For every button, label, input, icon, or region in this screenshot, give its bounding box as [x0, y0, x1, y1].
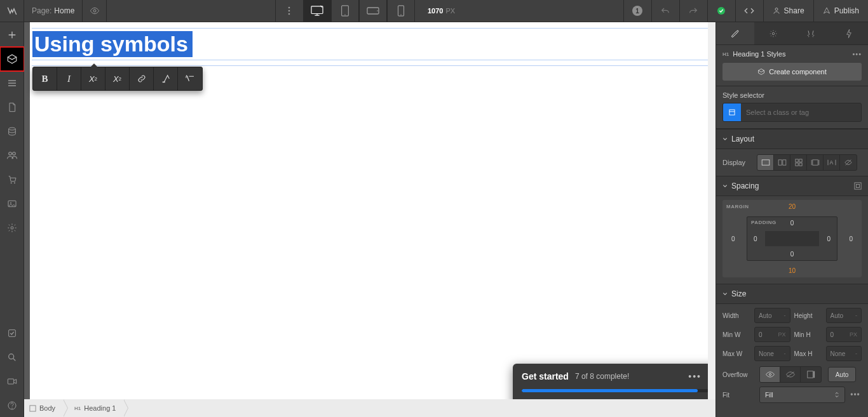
overflow-options	[759, 366, 822, 383]
settings-button[interactable]	[1, 216, 24, 239]
create-component-button[interactable]: Create component	[722, 63, 862, 81]
margin-right[interactable]: 0	[849, 235, 853, 242]
mobile-landscape-breakpoint[interactable]	[359, 0, 387, 22]
style-tab[interactable]	[716, 22, 754, 44]
overflow-visible[interactable]	[760, 367, 780, 382]
assets-button[interactable]	[1, 192, 24, 215]
element-more[interactable]: •••	[852, 50, 862, 58]
clear-format-button[interactable]: x	[178, 67, 202, 90]
overflow-hidden[interactable]	[780, 367, 801, 382]
help-button[interactable]	[1, 394, 24, 417]
italic-button[interactable]: I	[57, 67, 81, 90]
breakpoint-width[interactable]: 1070 PX	[428, 7, 455, 15]
breadcrumb-heading[interactable]: H1 Heading 1	[69, 399, 123, 417]
margin-left[interactable]: 0	[731, 235, 735, 242]
fit-more[interactable]: •••	[849, 390, 862, 399]
overflow-auto[interactable]: Auto	[828, 367, 856, 382]
bold-button[interactable]: B	[33, 67, 57, 90]
canvas[interactable]: Using symbols B I X2 X2 x Get started 7 …	[30, 22, 710, 399]
padding-bottom[interactable]: 0	[790, 251, 794, 258]
maxw-value: None	[759, 350, 774, 357]
publish-button[interactable]: Publish	[813, 0, 868, 22]
cms-button[interactable]	[1, 120, 24, 143]
margin-bottom[interactable]: 10	[789, 267, 796, 274]
style-selector-field[interactable]	[741, 109, 861, 116]
desktop-breakpoint[interactable]	[303, 0, 331, 22]
svg-point-20	[11, 227, 13, 229]
changes-indicator[interactable]: 1	[623, 0, 651, 22]
settings-tab[interactable]	[754, 22, 792, 44]
export-code-button[interactable]	[735, 0, 763, 22]
svg-rect-45	[813, 371, 815, 378]
spacing-expand-icon[interactable]	[854, 182, 862, 190]
caret-down-icon	[722, 136, 728, 142]
margin-top[interactable]: 20	[789, 203, 796, 210]
symbols-button[interactable]	[1, 48, 24, 70]
undo-button[interactable]	[651, 0, 679, 22]
pages-button[interactable]	[1, 96, 24, 119]
selected-heading[interactable]: Using symbols	[32, 31, 193, 57]
svg-rect-42	[856, 184, 859, 187]
minw-input[interactable]: 0PX	[754, 327, 790, 342]
create-component-label: Create component	[769, 68, 827, 76]
padding-left[interactable]: 0	[754, 235, 757, 242]
minh-unit: PX	[850, 331, 857, 338]
webflow-logo[interactable]	[0, 0, 24, 22]
padding-right[interactable]: 0	[827, 235, 831, 242]
padding-top[interactable]: 0	[790, 220, 794, 227]
mobile-portrait-breakpoint[interactable]	[387, 0, 415, 22]
subscript-button[interactable]: X2	[105, 67, 130, 90]
fit-select[interactable]: Fill	[759, 387, 845, 403]
display-block[interactable]	[757, 155, 774, 170]
size-section-head[interactable]: Size	[716, 284, 868, 304]
svg-point-8	[377, 10, 378, 11]
height-label: Height	[794, 312, 822, 319]
add-element-button[interactable]	[1, 23, 24, 46]
interactions-tab[interactable]	[830, 22, 868, 44]
redo-button[interactable]	[679, 0, 707, 22]
maxw-input[interactable]: None-	[754, 346, 790, 361]
video-tutorials-button[interactable]	[1, 370, 24, 393]
style-manager-tab[interactable]	[792, 22, 831, 44]
superscript-button[interactable]: X2	[81, 67, 105, 90]
ecommerce-button[interactable]	[1, 168, 24, 191]
width-unit: -	[784, 312, 786, 319]
svg-rect-33	[778, 160, 782, 165]
caret-down-icon	[722, 291, 728, 296]
status-ok[interactable]	[707, 0, 735, 22]
users-button[interactable]	[1, 144, 24, 167]
display-grid[interactable]	[790, 155, 807, 170]
svg-point-0	[93, 10, 96, 12]
right-panel-tabs	[716, 22, 868, 45]
display-inline[interactable]: A	[824, 155, 840, 170]
more-breakpoints-button[interactable]	[275, 0, 303, 22]
minw-unit: PX	[778, 331, 785, 338]
navigator-button[interactable]	[1, 72, 24, 95]
breadcrumb-h1-tag: H1	[74, 406, 81, 411]
selection-outline	[32, 65, 708, 66]
audit-button[interactable]	[1, 322, 24, 345]
maxh-input[interactable]: None-	[826, 346, 862, 361]
breadcrumb-body[interactable]: Body	[24, 399, 63, 417]
style-selector-input[interactable]	[722, 103, 862, 122]
display-none[interactable]	[840, 155, 857, 170]
layout-section-head[interactable]: Layout	[716, 129, 868, 149]
spacing-section-head[interactable]: Spacing	[716, 176, 868, 196]
tablet-breakpoint[interactable]	[331, 0, 359, 22]
display-flex[interactable]	[774, 155, 790, 170]
share-button[interactable]: Share	[763, 0, 813, 22]
search-button[interactable]	[1, 346, 24, 369]
onboarding-menu[interactable]: •••	[688, 371, 702, 381]
page-picker[interactable]: Page: Home	[24, 0, 83, 22]
svg-rect-21	[8, 330, 15, 337]
onboarding-status: 7 of 8 complete!	[575, 372, 629, 381]
height-input[interactable]: Auto-	[826, 308, 862, 323]
preview-toggle[interactable]	[83, 0, 107, 22]
text-color-button[interactable]	[154, 67, 178, 90]
overflow-scroll[interactable]	[801, 367, 821, 382]
canvas-scrollbar[interactable]	[708, 22, 715, 399]
display-inline-block[interactable]	[807, 155, 824, 170]
link-button[interactable]	[130, 67, 154, 90]
minh-input[interactable]: 0PX	[826, 327, 862, 342]
width-input[interactable]: Auto-	[754, 308, 790, 323]
